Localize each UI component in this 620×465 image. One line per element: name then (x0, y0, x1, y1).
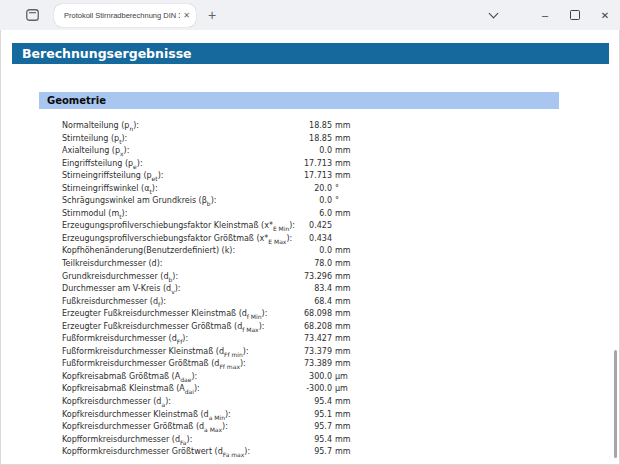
row-label: Schrägungswinkel am Grundkreis (βb): (62, 195, 302, 208)
row-label: Stirneingriffsteilung (pet): (62, 170, 302, 183)
tab-title: Protokoll Stirnradberechnung DIN 3 (64, 11, 180, 20)
row-unit: mm (332, 421, 351, 434)
row-unit: mm (332, 170, 351, 183)
row-label-post: ): (165, 397, 171, 406)
row-label: Kopfhöhenänderung(Benutzerdefiniert) (k)… (62, 245, 302, 258)
result-row: Kopfkreisdurchmesser (da): 95.4 mm (62, 396, 619, 409)
row-label: Kopfkreisabmaß Größtmaß (Adae): (62, 371, 302, 384)
result-row: Teilkreisdurchmesser (d): 78.0 mm (62, 258, 619, 271)
row-label: Grundkreisdurchmesser (db): (62, 271, 302, 284)
row-label-post: ): (286, 234, 292, 243)
row-label-post: ): (175, 284, 181, 293)
row-label-post: ): (259, 322, 265, 331)
row-label: Kopfkreisdurchmesser (da): (62, 396, 302, 409)
row-label-pre: Stirnmodul (m (62, 209, 119, 218)
row-unit: mm (332, 283, 351, 296)
row-unit: µm (332, 371, 348, 384)
row-unit: mm (332, 434, 351, 447)
row-label-sub: f Min (247, 313, 262, 320)
row-value: 68.098 (302, 308, 332, 321)
row-label-sub: f Max (242, 325, 258, 332)
row-value: 0.425 (302, 220, 332, 233)
row-value: 95.4 (302, 396, 332, 409)
minimize-button[interactable]: – (530, 0, 560, 30)
row-label-pre: Eingriffsteilung (p (62, 159, 133, 168)
row-label-post: ): (262, 309, 268, 318)
row-label-post: ): (289, 221, 295, 230)
row-label: Axialteilung (px): (62, 145, 302, 158)
row-unit: mm (332, 133, 351, 146)
row-label-post: ): (160, 297, 166, 306)
result-row: Stirnmodul (mt): 6.0 mm (62, 208, 619, 221)
row-label: Fußformkreisdurchmesser Größtmaß (dFf ma… (62, 358, 302, 371)
result-row: Fußformkreisdurchmesser Kleinstmaß (dFf … (62, 346, 619, 359)
row-label-pre: Erzeugungsprofilverschiebungsfaktor Klei… (62, 221, 273, 230)
row-label: Eingriffsteilung (pe): (62, 158, 302, 171)
row-unit: mm (332, 271, 351, 284)
row-label-pre: Schrägungswinkel am Grundkreis (β (62, 196, 207, 205)
row-value: 95.7 (302, 446, 332, 459)
row-unit: mm (332, 321, 351, 334)
result-row: Normalteilung (pn): 18.85 mm (62, 120, 619, 133)
row-label-pre: Fußformkreisdurchmesser Größtmaß (d (62, 359, 219, 368)
row-label-pre: Stirneingriffsteilung (p (62, 171, 152, 180)
browser-tab[interactable]: Protokoll Stirnradberechnung DIN 3 ✕ (54, 4, 196, 27)
row-label-pre: Erzeugter Fußkreisdurchmesser Größtmaß (… (62, 322, 242, 331)
new-tab-button[interactable]: + (208, 8, 216, 22)
row-unit: mm (332, 308, 351, 321)
result-row: Fußformkreisdurchmesser (dFf): 73.427 mm (62, 333, 619, 346)
row-label: Stirnteilung (pt): (62, 133, 302, 146)
row-value: 0.0 (302, 245, 332, 258)
row-label-pre: Kopfkreisabmaß Größtmaß (A (62, 372, 180, 381)
row-unit: mm (332, 396, 351, 409)
result-row: Kopfkreisdurchmesser Kleinstmaß (da Min)… (62, 409, 619, 422)
result-row: Erzeugungsprofilverschiebungsfaktor Größ… (62, 233, 619, 246)
row-value: 73.389 (302, 358, 332, 371)
row-label-post: ): (222, 422, 228, 431)
row-label: Teilkreisdurchmesser (d): (62, 258, 302, 271)
result-row: Kopfhöhenänderung(Benutzerdefiniert) (k)… (62, 245, 619, 258)
row-label-pre: Stirnteilung (p (62, 134, 119, 143)
row-label-pre: Kopfkreisdurchmesser Kleinstmaß (d (62, 410, 209, 419)
result-row: Axialteilung (px): 0.0 mm (62, 145, 619, 158)
results-table: Normalteilung (pn): 18.85 mm Stirnteilun… (62, 120, 619, 459)
result-row: Fußformkreisdurchmesser Größtmaß (dFf ma… (62, 358, 619, 371)
row-label: Kopfkreisdurchmesser Kleinstmaß (da Min)… (62, 409, 302, 422)
row-unit: µm (332, 383, 348, 396)
row-label-post: ): (121, 134, 127, 143)
row-value: 300.0 (302, 371, 332, 384)
row-label-post: ): (137, 159, 143, 168)
row-value: 68.208 (302, 321, 332, 334)
row-label-post: ): (244, 447, 250, 456)
vertical-scrollbar[interactable] (614, 350, 617, 458)
row-value: 78.0 (302, 258, 332, 271)
row-unit (332, 220, 335, 233)
row-label: Fußformkreisdurchmesser (dFf): (62, 333, 302, 346)
maximize-button[interactable] (560, 0, 590, 30)
result-row: Kopfkreisabmaß Kleinstmaß (Adai): -300.0… (62, 383, 619, 396)
close-window-button[interactable]: ✕ (590, 0, 620, 30)
result-row: Durchmesser am V-Kreis (dv): 83.4 mm (62, 283, 619, 296)
row-label-sub: E Min (273, 225, 289, 232)
row-label-sub: Ff min (224, 350, 243, 357)
tab-bar: Protokoll Stirnradberechnung DIN 3 ✕ + –… (0, 0, 620, 30)
tab-actions-menu-button[interactable] (22, 5, 42, 25)
row-label: Kopfkreisdurchmesser Größtmaß (da Max): (62, 421, 302, 434)
row-unit: mm (332, 296, 351, 309)
row-value: 17.713 (302, 158, 332, 171)
row-value: 18.85 (302, 120, 332, 133)
row-label-pre: Axialteilung (p (62, 146, 120, 155)
row-unit (332, 233, 335, 246)
row-label: Normalteilung (pn): (62, 120, 302, 133)
row-label-post: ): (194, 384, 200, 393)
row-label: Fußkreisdurchmesser (df): (62, 296, 302, 309)
row-value: 83.4 (302, 283, 332, 296)
tab-close-icon[interactable]: ✕ (183, 11, 190, 20)
row-unit: mm (332, 358, 351, 371)
row-value: 73.296 (302, 271, 332, 284)
row-unit: mm (332, 333, 351, 346)
row-unit: mm (332, 120, 351, 133)
row-value: 73.379 (302, 346, 332, 359)
window-menu-button[interactable] (478, 0, 508, 30)
result-row: Stirneingriffswinkel (αt): 20.0 ° (62, 183, 619, 196)
